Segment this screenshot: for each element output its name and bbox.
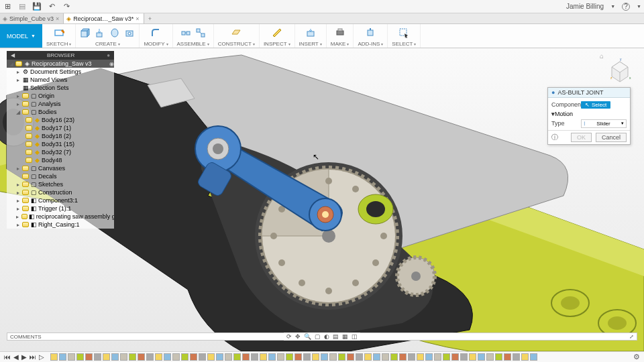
timeline-op[interactable] xyxy=(85,353,93,361)
ribbon-group-modify[interactable]: MODIFY xyxy=(140,24,172,48)
timeline-op[interactable] xyxy=(347,353,354,361)
bulb-icon[interactable] xyxy=(22,198,29,203)
tree-node-decals[interactable]: ▢Decals xyxy=(7,172,114,180)
timeline-op[interactable] xyxy=(434,353,441,361)
timeline-op[interactable] xyxy=(146,353,154,361)
timeline-op[interactable] xyxy=(364,353,372,361)
timeline-op[interactable] xyxy=(120,353,127,361)
timeline-op[interactable] xyxy=(312,353,319,361)
sketch-icon[interactable] xyxy=(54,27,64,38)
timeline-op[interactable] xyxy=(181,353,189,361)
doc-tab-simple-cube[interactable]: ◈ Simple_Cube v3 × xyxy=(0,13,64,23)
timeline-back-icon[interactable]: ◀ xyxy=(13,353,19,361)
close-icon[interactable]: × xyxy=(56,15,59,22)
tree-node-named-views[interactable]: ▸▦Named Views xyxy=(7,76,114,84)
timeline-op[interactable] xyxy=(338,353,345,361)
timeline-op[interactable] xyxy=(321,353,328,361)
timeline-op[interactable] xyxy=(425,353,433,361)
dialog-title-bar[interactable]: ● AS-BUILT JOINT xyxy=(548,88,630,98)
timeline-op[interactable] xyxy=(373,353,380,361)
tree-node-selection-sets[interactable]: ▦Selection Sets xyxy=(7,84,114,92)
insert-icon[interactable] xyxy=(305,27,316,38)
timeline-op[interactable] xyxy=(216,353,223,361)
tree-body-item[interactable]: ◆Body48 xyxy=(7,156,114,164)
ribbon-group-inspect[interactable]: INSPECT xyxy=(260,24,295,48)
timeline-op[interactable] xyxy=(286,353,293,361)
plane-icon[interactable] xyxy=(231,27,241,38)
redo-icon[interactable]: ↷ xyxy=(62,2,71,11)
timeline-settings-icon[interactable]: ⚙ xyxy=(633,353,640,361)
tree-root[interactable]: ◢ ◈ Reciprocating_Saw v3 ◉ xyxy=(7,60,114,68)
addins-icon[interactable] xyxy=(365,27,376,38)
file-icon[interactable]: ▤ xyxy=(17,2,27,11)
timeline-op[interactable] xyxy=(469,353,476,361)
timeline-op[interactable] xyxy=(356,353,363,361)
tree-node-origin[interactable]: ▸▢Origin xyxy=(7,92,114,100)
timeline-op[interactable] xyxy=(233,353,241,361)
box-icon[interactable] xyxy=(80,27,91,38)
help-dropdown-icon[interactable]: ▼ xyxy=(637,4,641,9)
timeline-op[interactable] xyxy=(495,353,502,361)
browser-header[interactable]: ◀ BROWSER ● xyxy=(7,51,114,60)
zoom-icon[interactable]: 🔍 xyxy=(304,333,311,340)
timeline-op[interactable] xyxy=(408,353,415,361)
timeline-op[interactable] xyxy=(399,353,407,361)
timeline-op[interactable] xyxy=(111,353,119,361)
timeline-op[interactable] xyxy=(251,353,258,361)
timeline-op[interactable] xyxy=(190,353,197,361)
workspace-switcher[interactable]: MODEL ▼ xyxy=(0,24,42,48)
bulb-icon[interactable] xyxy=(22,206,29,211)
bulb-icon[interactable] xyxy=(22,109,29,115)
joint-type-select[interactable]: ⁞ Slider ▾ xyxy=(581,119,627,128)
timeline-op[interactable] xyxy=(103,353,110,361)
ribbon-group-construct[interactable]: CONSTRUCT xyxy=(214,24,260,48)
timeline-op[interactable] xyxy=(76,353,84,361)
pan-icon[interactable]: ✥ xyxy=(295,333,301,340)
dialog-row-motion[interactable]: ▾ Motion xyxy=(551,109,627,119)
ribbon-group-addins[interactable]: ADD-INS xyxy=(354,24,388,48)
timeline-op[interactable] xyxy=(303,353,311,361)
grid-icon[interactable]: ▦ xyxy=(342,333,348,340)
user-name[interactable]: Jamie Billing xyxy=(566,3,604,10)
user-dropdown-icon[interactable]: ▼ xyxy=(610,4,615,9)
close-icon[interactable]: × xyxy=(136,15,139,22)
timeline-op[interactable] xyxy=(530,353,537,361)
timeline-play-icon[interactable]: ▷ xyxy=(39,353,44,361)
viewports-icon[interactable]: ◫ xyxy=(352,333,358,340)
timeline-op[interactable] xyxy=(94,353,101,361)
fit-icon[interactable]: ▢ xyxy=(315,333,321,340)
timeline-op[interactable] xyxy=(268,353,276,361)
extrude-icon[interactable] xyxy=(95,27,105,38)
tree-body-item[interactable]: ◆Body32 (7) xyxy=(7,148,114,156)
bulb-icon[interactable] xyxy=(25,125,32,131)
timeline-op[interactable] xyxy=(486,353,494,361)
display-icon[interactable]: ▤ xyxy=(333,333,339,340)
tree-node-trigger[interactable]: ▸◧Trigger (1):1 xyxy=(7,204,114,213)
timeline-op[interactable] xyxy=(242,353,250,361)
timeline-op[interactable] xyxy=(417,353,424,361)
ribbon-group-create[interactable]: CREATE xyxy=(76,24,140,48)
timeline-op[interactable] xyxy=(451,353,459,361)
timeline-end-icon[interactable]: ⏭ xyxy=(30,353,36,361)
timeline-op[interactable] xyxy=(68,353,75,361)
timeline-op[interactable] xyxy=(172,353,180,361)
radio-icon[interactable]: ◉ xyxy=(109,61,114,67)
tree-node-component3[interactable]: ▸◧Component3:1 xyxy=(7,196,114,204)
timeline-op[interactable] xyxy=(478,353,485,361)
ribbon-group-insert[interactable]: INSERT xyxy=(295,24,327,48)
timeline-op[interactable] xyxy=(50,353,58,361)
timeline-op[interactable] xyxy=(521,353,529,361)
timeline-op[interactable] xyxy=(504,353,511,361)
bulb-icon[interactable] xyxy=(25,158,32,163)
bulb-icon[interactable] xyxy=(25,149,32,155)
ribbon-group-make[interactable]: MAKE xyxy=(327,24,354,48)
ribbon-group-select[interactable]: SELECT xyxy=(388,24,421,48)
info-icon[interactable]: ⓘ xyxy=(551,133,558,142)
doc-tab-reciprocating-saw[interactable]: ◈ Reciprocat…_Saw v3* × xyxy=(64,13,144,23)
tree-body-item[interactable]: ◆Body16 (23) xyxy=(7,116,114,124)
bulb-icon[interactable] xyxy=(22,222,29,227)
timeline-op[interactable] xyxy=(443,353,450,361)
timeline-op[interactable] xyxy=(460,353,468,361)
view-cube[interactable]: ⌂ z x y xyxy=(605,54,635,83)
help-icon[interactable]: ? xyxy=(622,3,630,11)
